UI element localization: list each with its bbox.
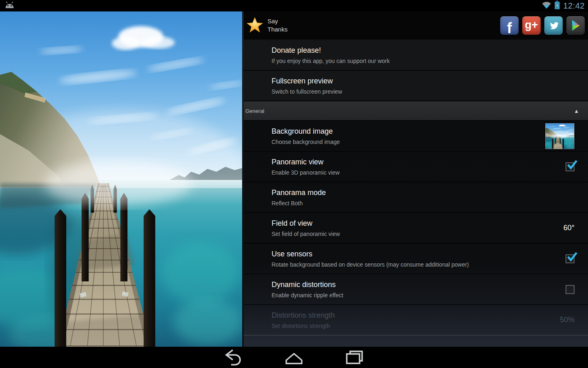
row-distortions-speed: Distortions speed 50% (242, 336, 588, 347)
home-button[interactable] (283, 348, 305, 366)
settings-panel: Say Thanks f g+ (242, 11, 588, 347)
recents-button[interactable] (344, 348, 365, 366)
row-fullscreen-preview[interactable]: Fullscreen preview Switch to fullscreen … (242, 71, 588, 101)
row-field-of-view[interactable]: Field of view Set field of panoramic vie… (242, 213, 588, 244)
distortions-strength-value: 50% (560, 316, 575, 324)
row-panorama-mode[interactable]: Panorama mode Reflect Both (242, 182, 588, 213)
recents-icon (345, 350, 364, 365)
row-title: Panorama mode (272, 188, 575, 197)
wallpaper-preview[interactable] (0, 11, 242, 347)
row-title: Use sensors (272, 250, 557, 258)
row-use-sensors[interactable]: Use sensors Rotate background based on d… (242, 244, 588, 274)
row-title: Field of view (272, 219, 555, 228)
clock: 12:42 (563, 1, 585, 11)
facebook-button[interactable]: f (500, 16, 519, 35)
status-bar: 12:42 (0, 0, 588, 11)
general-section-label: General (245, 108, 264, 114)
row-title: Dynamic distortions (272, 280, 557, 289)
back-icon (223, 348, 244, 366)
row-title: Donate please! (272, 46, 575, 55)
dynamic-distortions-checkbox[interactable] (566, 285, 575, 294)
star-icon (246, 17, 263, 34)
row-background-image[interactable]: Background image Choose background image (242, 121, 588, 152)
row-title: Panoramic view (272, 158, 557, 166)
row-subtitle: Enable dynamic ripple effect (272, 292, 557, 298)
google-plus-icon: g+ (525, 19, 538, 31)
row-distortions-strength: Distortions strength Set distortions str… (242, 305, 588, 336)
distortions-speed-value: 50% (560, 346, 575, 347)
google-plus-button[interactable]: g+ (522, 16, 541, 35)
collapse-arrow-icon[interactable]: ▲ (574, 108, 579, 114)
row-subtitle: Enable 3D panoramic view (272, 169, 557, 176)
row-subtitle: Switch to fullscreen preview (272, 88, 575, 95)
home-icon (284, 349, 304, 366)
row-subtitle: Rotate background based on device sensor… (272, 261, 557, 268)
row-subtitle: Set field of panoramic view (272, 231, 555, 237)
panoramic-view-checkbox[interactable] (566, 162, 575, 171)
screen: 12:42 (0, 0, 588, 368)
say-thanks-button[interactable]: Say Thanks (246, 17, 287, 34)
row-donate[interactable]: Donate please! If you enjoy this app, yo… (242, 40, 588, 71)
use-sensors-checkbox[interactable] (566, 254, 575, 263)
row-title: Distortions strength (272, 311, 552, 320)
app-header: Say Thanks f g+ (242, 11, 588, 40)
row-subtitle: Reflect Both (272, 200, 575, 206)
google-play-icon (570, 20, 581, 31)
row-title: Background image (272, 127, 537, 136)
field-of-view-value: 60° (564, 224, 575, 232)
google-play-button[interactable] (566, 16, 585, 35)
wallpaper-preview-image (0, 11, 242, 347)
row-title: Fullscreen preview (272, 77, 575, 85)
row-panoramic-view[interactable]: Panoramic view Enable 3D panoramic view (242, 152, 588, 182)
section-header-general[interactable]: General ▲ (242, 101, 588, 121)
twitter-button[interactable] (544, 16, 563, 35)
navigation-bar (0, 347, 588, 368)
row-subtitle: Set distortions strength (272, 323, 552, 329)
row-subtitle: If you enjoy this app, you can support o… (272, 58, 575, 64)
row-title: Distortions speed (272, 346, 552, 347)
back-button[interactable] (223, 348, 244, 366)
background-image-thumbnail (545, 123, 575, 149)
wifi-icon (542, 1, 551, 11)
battery-charging-icon (555, 1, 560, 11)
row-dynamic-distortions[interactable]: Dynamic distortions Enable dynamic rippl… (242, 274, 588, 305)
say-thanks-label: Say Thanks (267, 17, 287, 34)
android-robot-icon (4, 1, 15, 10)
row-subtitle: Choose background image (272, 139, 537, 145)
facebook-icon: f (507, 20, 512, 35)
twitter-icon (548, 20, 559, 31)
